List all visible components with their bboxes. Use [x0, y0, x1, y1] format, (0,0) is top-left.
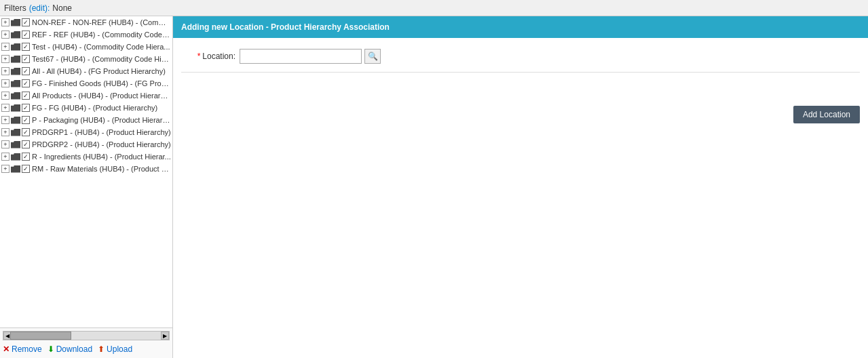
location-form-row: *Location: 🔍: [181, 49, 860, 64]
tree-item[interactable]: +PRDGRP2 - (HUB4) - (Product Hierarchy): [0, 138, 172, 151]
filter-value: None: [52, 3, 72, 13]
folder-icon: [11, 165, 20, 173]
tree-item-label: FG - Finished Goods (HUB4) - (FG Produ..…: [32, 79, 171, 87]
dialog-title: Adding new Location - Product Hierarchy …: [181, 22, 390, 32]
expand-icon[interactable]: +: [1, 116, 10, 124]
tree-item-checkbox[interactable]: [22, 128, 30, 136]
tree-item-checkbox[interactable]: [22, 67, 30, 75]
remove-icon: ✕: [3, 344, 10, 354]
tree-item-checkbox[interactable]: [22, 31, 30, 39]
main-layout: +NON-REF - NON-REF (HUB4) - (Commod...+R…: [0, 16, 868, 358]
tree-item[interactable]: +NON-REF - NON-REF (HUB4) - (Commod...: [0, 16, 172, 28]
tree-item[interactable]: +REF - REF (HUB4) - (Commodity Code Hi..…: [0, 28, 172, 41]
folder-icon: [11, 117, 20, 124]
expand-icon[interactable]: +: [1, 104, 10, 112]
tree-item-checkbox[interactable]: [22, 165, 30, 173]
expand-icon[interactable]: +: [1, 18, 10, 26]
folder-icon: [11, 80, 20, 87]
tree-item-checkbox[interactable]: [22, 140, 30, 148]
expand-icon[interactable]: +: [1, 128, 10, 136]
download-label: Download: [56, 344, 92, 354]
tree-item[interactable]: +P - Packaging (HUB4) - (Product Hierarc…: [0, 114, 172, 126]
bottom-actions: ✕ Remove ⬇ Download ⬆ Upload: [0, 342, 172, 357]
download-button[interactable]: ⬇ Download: [48, 344, 92, 354]
tree-item[interactable]: +All - All (HUB4) - (FG Product Hierarch…: [0, 65, 172, 77]
folder-icon: [11, 56, 20, 63]
folder-icon: [11, 92, 20, 100]
tree-item[interactable]: +Test - (HUB4) - (Commodity Code Hiera..…: [0, 41, 172, 53]
dialog-body: *Location: 🔍 Add Location: [173, 38, 868, 358]
folder-icon: [11, 104, 20, 112]
tree-item-checkbox[interactable]: [22, 116, 30, 124]
scroll-right-arrow[interactable]: ▶: [161, 332, 169, 340]
scroll-thumb[interactable]: [10, 332, 71, 340]
location-input[interactable]: [240, 49, 362, 64]
dialog-header: Adding new Location - Product Hierarchy …: [173, 16, 868, 38]
add-location-button[interactable]: Add Location: [793, 106, 860, 123]
tree-item-checkbox[interactable]: [22, 18, 30, 26]
tree-item[interactable]: +PRDGRP1 - (HUB4) - (Product Hierarchy): [0, 126, 172, 138]
filter-edit-link[interactable]: (edit):: [29, 3, 50, 13]
tree-item-label: FG - FG (HUB4) - (Product Hierarchy): [32, 104, 157, 112]
expand-icon[interactable]: +: [1, 43, 10, 51]
download-icon: ⬇: [48, 344, 54, 354]
folder-icon: [11, 153, 20, 161]
upload-label: Upload: [107, 344, 132, 354]
horizontal-scrollbar[interactable]: ◀ ▶: [3, 331, 170, 340]
left-panel: +NON-REF - NON-REF (HUB4) - (Commod...+R…: [0, 16, 173, 358]
remove-label: Remove: [12, 344, 42, 354]
location-label: *Location:: [181, 52, 235, 61]
tree-item-checkbox[interactable]: [22, 43, 30, 51]
expand-icon[interactable]: +: [1, 92, 10, 100]
filter-label: Filters: [4, 3, 26, 13]
tree-item-label: Test - (HUB4) - (Commodity Code Hiera...: [32, 43, 170, 51]
form-divider: [181, 72, 860, 73]
tree-item-checkbox[interactable]: [22, 153, 30, 161]
left-bottom: ◀ ▶ ✕ Remove ⬇ Download ⬆ Upload: [0, 327, 172, 358]
tree-item-label: REF - REF (HUB4) - (Commodity Code Hi...: [32, 31, 171, 39]
tree-item[interactable]: +All Products - (HUB4) - (Product Hierar…: [0, 90, 172, 102]
tree-item-label: All - All (HUB4) - (FG Product Hierarchy…: [32, 67, 166, 75]
tree-item-label: PRDGRP1 - (HUB4) - (Product Hierarchy): [32, 128, 171, 136]
tree-item[interactable]: +FG - FG (HUB4) - (Product Hierarchy): [0, 102, 172, 114]
folder-icon: [11, 68, 20, 75]
upload-icon: ⬆: [98, 344, 105, 354]
expand-icon[interactable]: +: [1, 55, 10, 63]
tree-item-label: RM - Raw Materials (HUB4) - (Product Hi.…: [32, 165, 171, 173]
folder-icon: [11, 43, 20, 51]
folder-icon: [11, 19, 20, 26]
folder-icon: [11, 31, 20, 39]
filter-bar: Filters (edit): None: [0, 0, 868, 16]
tree-item-label: NON-REF - NON-REF (HUB4) - (Commod...: [32, 18, 171, 26]
expand-icon[interactable]: +: [1, 79, 10, 87]
required-star: *: [197, 52, 201, 61]
tree-item-label: Test67 - (HUB4) - (Commodity Code Hier..…: [32, 55, 171, 63]
expand-icon[interactable]: +: [1, 165, 10, 173]
expand-icon[interactable]: +: [1, 67, 10, 75]
tree-item-checkbox[interactable]: [22, 104, 30, 112]
tree-container[interactable]: +NON-REF - NON-REF (HUB4) - (Commod...+R…: [0, 16, 172, 327]
tree-item[interactable]: +RM - Raw Materials (HUB4) - (Product Hi…: [0, 163, 172, 175]
tree-item-label: PRDGRP2 - (HUB4) - (Product Hierarchy): [32, 140, 171, 148]
folder-icon: [11, 129, 20, 136]
tree-item-checkbox[interactable]: [22, 92, 30, 100]
expand-icon[interactable]: +: [1, 153, 10, 161]
tree-item-label: R - Ingredients (HUB4) - (Product Hierar…: [32, 153, 171, 161]
right-panel: Adding new Location - Product Hierarchy …: [173, 16, 868, 358]
tree-item-checkbox[interactable]: [22, 79, 30, 87]
tree-item[interactable]: +R - Ingredients (HUB4) - (Product Hiera…: [0, 151, 172, 163]
remove-button[interactable]: ✕ Remove: [3, 344, 42, 354]
folder-icon: [11, 141, 20, 148]
tree-item-label: P - Packaging (HUB4) - (Product Hierarc.…: [32, 116, 171, 124]
expand-icon[interactable]: +: [1, 31, 10, 39]
tree-item-label: All Products - (HUB4) - (Product Hierarc…: [32, 92, 171, 100]
tree-item[interactable]: +FG - Finished Goods (HUB4) - (FG Produ.…: [0, 77, 172, 90]
location-search-button[interactable]: 🔍: [364, 49, 381, 64]
expand-icon[interactable]: +: [1, 140, 10, 148]
tree-item[interactable]: +Test67 - (HUB4) - (Commodity Code Hier.…: [0, 53, 172, 65]
search-icon: 🔍: [368, 52, 378, 61]
tree-item-checkbox[interactable]: [22, 55, 30, 63]
upload-button[interactable]: ⬆ Upload: [98, 344, 132, 354]
